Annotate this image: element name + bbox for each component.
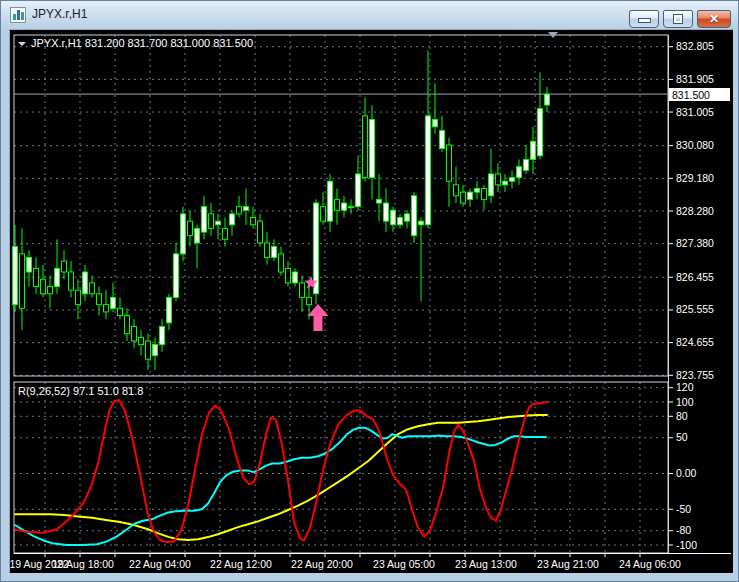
candle-body xyxy=(139,337,144,344)
price-tick-label: 832.805 xyxy=(676,40,714,52)
price-tick-label: 831.005 xyxy=(676,106,714,118)
candle-body xyxy=(216,221,221,225)
candle-body xyxy=(230,214,235,225)
indicator-tick-label: -80 xyxy=(676,524,691,536)
candle-body xyxy=(349,207,354,208)
current-price-value: 831.500 xyxy=(672,89,710,101)
candle-body xyxy=(398,218,403,225)
candle-body xyxy=(272,247,277,258)
candle-body xyxy=(307,297,312,304)
candle-body xyxy=(118,308,123,315)
price-tick-label: 824.655 xyxy=(676,336,714,348)
candle-body xyxy=(384,203,389,221)
indicator-tick-label: 50 xyxy=(676,431,688,443)
time-axis-label: 19 Aug 18:00 xyxy=(52,558,114,570)
candle-body xyxy=(503,181,508,185)
price-tick-label: 825.555 xyxy=(676,303,714,315)
candle-body xyxy=(524,159,529,170)
indicator-tick-label: 0.00 xyxy=(676,467,697,479)
chart-ohlc-header: JPYX.r,H1 831.200 831.700 831.000 831.50… xyxy=(31,37,253,49)
candle-body xyxy=(76,290,81,305)
candle-body xyxy=(461,192,466,203)
candle-body xyxy=(13,247,18,305)
candle-body xyxy=(181,214,186,254)
restore-button[interactable] xyxy=(663,10,693,28)
candle-body xyxy=(286,268,291,283)
candle-body xyxy=(62,261,67,272)
chart-canvas[interactable]: 832.805831.905831.005830.080829.180828.2… xyxy=(10,30,733,573)
candle-body xyxy=(90,283,95,294)
price-tick-label: 830.080 xyxy=(676,139,714,151)
price-tick-label: 826.455 xyxy=(676,271,714,283)
candle-body xyxy=(426,116,431,225)
chart-icon xyxy=(10,7,26,23)
indicator-tick-label: 120 xyxy=(676,381,694,393)
indicator-tick-label: -100 xyxy=(676,539,697,551)
close-button[interactable]: ✕ xyxy=(697,10,731,28)
candle-body xyxy=(496,174,501,185)
candle-body xyxy=(153,345,158,356)
candle-body xyxy=(97,294,102,305)
candle-body xyxy=(188,221,193,236)
candle-body xyxy=(69,272,74,290)
time-axis-label: 24 Aug 06:00 xyxy=(619,558,681,570)
candle-body xyxy=(391,210,396,225)
chart-client-area: 832.805831.905831.005830.080829.180828.2… xyxy=(9,29,733,573)
candle-body xyxy=(223,228,228,239)
time-axis-label: 23 Aug 21:00 xyxy=(537,558,599,570)
candle-body xyxy=(83,272,88,294)
chart-window: JPYX.r,H1 ✕ 832.805831.905831.005830.080… xyxy=(0,0,739,582)
candle-body xyxy=(419,221,424,225)
candle-body xyxy=(265,243,270,258)
minimize-button[interactable] xyxy=(629,10,659,28)
candle-body xyxy=(279,254,284,272)
candle-body xyxy=(209,214,214,229)
candle-body xyxy=(167,297,172,322)
candle-body xyxy=(405,214,410,221)
candle-body xyxy=(342,203,347,210)
candle-body xyxy=(27,257,32,272)
candle-body xyxy=(510,178,515,182)
header-expander-icon[interactable] xyxy=(18,42,26,46)
candle-body xyxy=(237,207,242,214)
candle-body xyxy=(300,283,305,298)
window-titlebar[interactable]: JPYX.r,H1 ✕ xyxy=(1,1,738,29)
candle-body xyxy=(531,141,536,159)
candle-body xyxy=(440,130,445,148)
candle-body xyxy=(370,120,375,178)
candle-body xyxy=(538,109,543,156)
indicator-tick-label: 80 xyxy=(676,410,688,422)
indicator-line-R-mid xyxy=(15,428,546,545)
time-axis-label: 23 Aug 13:00 xyxy=(455,558,517,570)
candle-body xyxy=(132,326,137,341)
minimize-icon xyxy=(639,19,650,22)
candle-body xyxy=(41,279,46,294)
candle-body xyxy=(104,305,109,312)
price-tick-label: 827.380 xyxy=(676,237,714,249)
candle-body xyxy=(363,116,368,178)
candle-body xyxy=(482,188,487,199)
close-icon: ✕ xyxy=(698,12,730,26)
candle-body xyxy=(251,218,256,225)
candle-body xyxy=(244,207,249,211)
candle-body xyxy=(447,145,452,181)
candle-body xyxy=(160,326,165,344)
candle-body xyxy=(475,188,480,192)
price-tick-label: 823.755 xyxy=(676,369,714,381)
time-axis-label: 23 Aug 05:00 xyxy=(373,558,435,570)
time-axis-label: 22 Aug 04:00 xyxy=(129,558,191,570)
restore-icon xyxy=(674,15,682,23)
candle-body xyxy=(146,341,151,359)
candle-body xyxy=(377,199,382,203)
candle-body xyxy=(111,297,116,308)
candle-body xyxy=(258,221,263,243)
candle-body xyxy=(328,181,333,221)
candle-body xyxy=(174,254,179,298)
candle-body xyxy=(335,199,340,210)
indicator-tick-label: 100 xyxy=(676,396,694,408)
candle-body xyxy=(34,268,39,286)
candle-body xyxy=(314,203,319,294)
candle-body xyxy=(545,94,550,105)
candle-body xyxy=(489,174,494,196)
candle-body xyxy=(293,272,298,283)
